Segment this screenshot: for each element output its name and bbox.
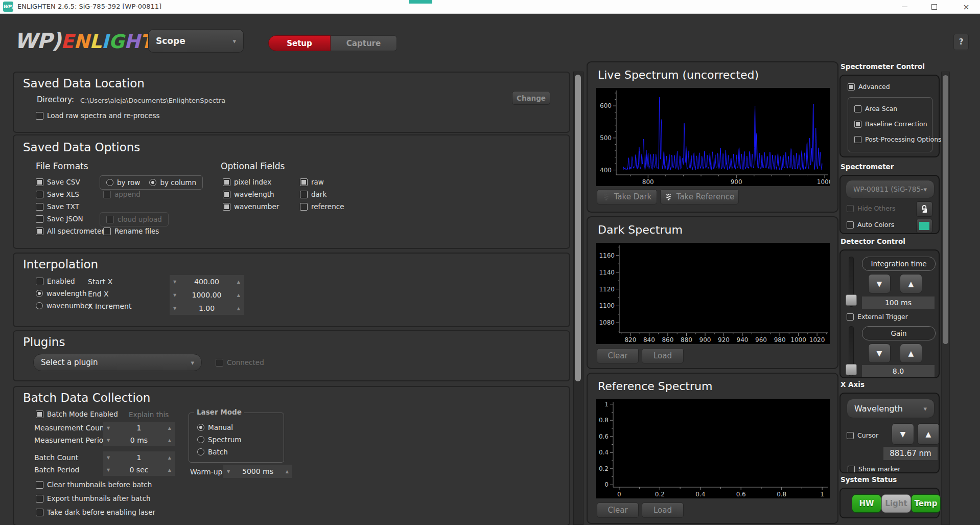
temp-status-button[interactable]: Temp	[911, 494, 941, 513]
export-thumbnails-checkbox[interactable]: Export thumbnails after batch	[36, 494, 151, 503]
increment-icon[interactable]: ▲	[168, 426, 171, 430]
spectrometer-panel: WP-00811 (SiG-785-39 ▾ Hide Others Auto …	[839, 175, 940, 234]
reference-clear-button[interactable]: Clear	[597, 503, 639, 518]
maximize-button[interactable]	[922, 0, 946, 13]
setup-tab[interactable]: Setup	[268, 35, 331, 51]
svg-text:0: 0	[604, 481, 609, 488]
reference-field-checkbox[interactable]: reference	[300, 202, 344, 211]
increment-icon[interactable]: ▲	[286, 469, 289, 474]
svg-text:980: 980	[774, 336, 786, 344]
view-mode-value: Scope	[156, 36, 185, 46]
spectrometer-device-dropdown[interactable]: WP-00811 (SiG-785-39 ▾	[846, 180, 935, 198]
light-status-button[interactable]: Light	[881, 494, 911, 513]
reference-spectrum-title: Reference Spectrum	[598, 380, 712, 393]
raw-field-checkbox[interactable]: raw	[300, 178, 324, 186]
plugin-dropdown[interactable]: Select a plugin ▾	[33, 354, 202, 371]
by-column-label: by column	[160, 178, 196, 187]
integration-time-increase-button[interactable]: ▲	[900, 274, 922, 293]
sidebar-scrollbar-track[interactable]	[941, 72, 950, 525]
interp-wavelength-radio[interactable]: wavelength	[36, 289, 87, 298]
increment-icon[interactable]: ▲	[168, 455, 171, 460]
cursor-increase-button[interactable]: ▲	[917, 423, 940, 445]
save-csv-checkbox[interactable]: Save CSV	[36, 178, 80, 186]
end-x-spinner[interactable]: ▼ 1000.00 ▲	[170, 288, 244, 302]
hw-status-button[interactable]: HW	[852, 494, 881, 513]
load-raw-checkbox[interactable]: Load raw spectra and re-process	[36, 111, 160, 120]
x-axis-unit-dropdown[interactable]: Wavelength ▾	[847, 399, 935, 418]
save-xls-checkbox[interactable]: Save XLS	[36, 190, 79, 198]
advanced-checkbox[interactable]: Advanced	[848, 83, 890, 90]
wavelength-field-checkbox[interactable]: wavelength	[223, 190, 274, 198]
increment-icon[interactable]: ▲	[237, 306, 240, 311]
auto-colors-checkbox[interactable]: Auto Colors	[847, 221, 894, 229]
measurement-count-spinner[interactable]: ▼ 1 ▲	[103, 422, 175, 434]
laser-mode-manual-radio[interactable]: Manual	[197, 423, 233, 431]
help-button[interactable]: ?	[953, 34, 969, 50]
measurement-period-spinner[interactable]: ▼ 0 ms ▲	[103, 434, 175, 446]
post-processing-checkbox[interactable]: Post-Processing Options	[854, 135, 942, 143]
reference-load-button[interactable]: Load	[642, 503, 684, 518]
external-trigger-checkbox[interactable]: External Trigger	[847, 313, 908, 321]
laser-mode-spectrum-radio[interactable]: Spectrum	[197, 436, 241, 444]
main-scrollbar-thumb[interactable]	[575, 75, 581, 381]
explain-this-link[interactable]: Explain this	[129, 410, 169, 419]
main-scrollbar-track[interactable]	[573, 72, 584, 525]
increment-icon[interactable]: ▲	[237, 293, 240, 298]
capture-tab[interactable]: Capture	[331, 35, 397, 51]
cursor-checkbox[interactable]: Cursor	[847, 431, 878, 439]
lock-button[interactable]	[916, 201, 932, 217]
interpolation-section: Interpolation Enabled wavelength wavenum…	[13, 253, 570, 327]
batch-mode-enabled-checkbox[interactable]: Batch Mode Enabled	[36, 410, 118, 418]
rename-files-checkbox[interactable]: Rename files	[103, 227, 159, 235]
start-x-value: 400.00	[176, 278, 237, 286]
by-row-radio[interactable]: by row	[106, 178, 140, 187]
pixel-index-checkbox[interactable]: pixel index	[223, 178, 271, 186]
wavenumber-field-checkbox[interactable]: wavenumber	[223, 202, 279, 211]
plugins-section: Plugins Select a plugin ▾ Connected	[13, 330, 570, 381]
all-spectrometers-checkbox[interactable]: All spectrometers	[36, 227, 108, 235]
by-column-radio[interactable]: by column	[149, 178, 196, 187]
dark-clear-button[interactable]: Clear	[597, 348, 639, 363]
live-spectrum-plot[interactable]: 4005006008009001000	[596, 88, 830, 186]
dark-load-button[interactable]: Load	[642, 348, 684, 363]
gain-increase-button[interactable]: ▲	[900, 344, 922, 363]
increment-icon[interactable]: ▲	[168, 438, 171, 443]
laser-mode-batch-radio[interactable]: Batch	[197, 448, 228, 456]
clear-thumbnails-checkbox[interactable]: Clear thumbnails before batch	[36, 481, 152, 489]
show-marker-checkbox[interactable]: Show marker	[848, 465, 900, 473]
trace-color-button[interactable]	[916, 219, 932, 233]
all-spectrometers-label: All spectrometers	[47, 227, 108, 235]
gain-slider-handle[interactable]	[846, 364, 857, 375]
interpolation-enabled-checkbox[interactable]: Enabled	[36, 277, 75, 285]
save-txt-checkbox[interactable]: Save TXT	[36, 202, 79, 211]
take-reference-button[interactable]: Take Reference	[660, 189, 739, 204]
sidebar-scrollbar-thumb[interactable]	[943, 75, 948, 344]
increment-icon[interactable]: ▲	[168, 468, 171, 472]
take-dark-before-laser-checkbox[interactable]: Take dark before enabling laser	[36, 508, 155, 516]
increment-icon[interactable]: ▲	[237, 280, 240, 284]
cursor-decrease-button[interactable]: ▼	[892, 423, 914, 445]
gain-decrease-button[interactable]: ▼	[868, 344, 891, 363]
integration-time-decrease-button[interactable]: ▼	[868, 274, 891, 293]
optional-fields-heading: Optional Fields	[221, 161, 285, 171]
start-x-spinner[interactable]: ▼ 400.00 ▲	[170, 275, 244, 288]
change-directory-button[interactable]: Change	[512, 91, 550, 105]
baseline-correction-checkbox[interactable]: Baseline Correction	[854, 120, 927, 128]
manual-label: Manual	[208, 423, 233, 431]
close-button[interactable]: ×	[952, 0, 980, 13]
area-scan-checkbox[interactable]: Area Scan	[854, 105, 897, 112]
dark-spectrum-plot[interactable]: 1080110011201140116082084086088090092094…	[596, 243, 830, 344]
checkbox-indicator	[847, 313, 854, 321]
reference-spectrum-plot[interactable]: 00.20.40.60.8100.20.40.60.81	[596, 399, 830, 498]
warmup-spinner[interactable]: ▼ 5000 ms ▲	[223, 465, 292, 478]
take-dark-button[interactable]: Take Dark	[597, 189, 657, 204]
minimize-button[interactable]	[893, 0, 916, 13]
batch-period-spinner[interactable]: ▼ 0 sec ▲	[103, 464, 175, 476]
x-increment-spinner[interactable]: ▼ 1.00 ▲	[170, 302, 244, 315]
dark-field-checkbox[interactable]: dark	[300, 190, 326, 198]
integration-time-slider-handle[interactable]	[846, 294, 857, 306]
view-mode-dropdown[interactable]: Scope ▾	[148, 29, 244, 53]
save-json-checkbox[interactable]: Save JSON	[36, 215, 83, 223]
batch-count-spinner[interactable]: ▼ 1 ▲	[103, 451, 175, 464]
interp-wavenumber-radio[interactable]: wavenumber	[36, 302, 91, 310]
